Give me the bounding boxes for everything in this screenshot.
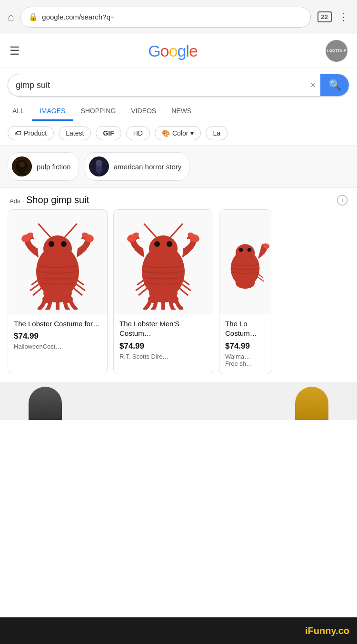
google-logo: Google	[148, 42, 198, 60]
product-image-1	[8, 210, 107, 314]
related-label-pulp-fiction: pulp fiction	[37, 163, 71, 171]
svg-line-31	[144, 224, 157, 238]
product-info-2: The Lobster Men'S Costum… $74.99 R.T. Sc…	[114, 314, 213, 367]
filter-gif[interactable]: GIF	[96, 126, 121, 140]
ads-label: Ads	[10, 197, 20, 205]
url-text: google.com/search?q=	[42, 13, 302, 21]
product-card-2[interactable]: The Lobster Men'S Costum… $74.99 R.T. Sc…	[113, 209, 213, 374]
svg-line-32	[169, 224, 182, 238]
svg-point-9	[49, 241, 54, 247]
color-palette-icon: 🎨	[162, 129, 170, 137]
svg-point-50	[248, 248, 251, 252]
tab-all[interactable]: ALL	[5, 102, 32, 121]
product-price-3: $74.99	[225, 342, 265, 351]
product-price-2: $74.99	[119, 342, 207, 351]
svg-point-30	[167, 241, 172, 247]
product-card-1[interactable]: The Lobster Costume for… $74.99 Hallowee…	[8, 209, 108, 374]
tab-shopping[interactable]: SHOPPING	[73, 102, 123, 121]
lock-icon: 🔒	[29, 12, 38, 21]
avatar[interactable]: I-GOTTA-P	[326, 40, 347, 62]
filter-color[interactable]: 🎨 Color ▾	[155, 126, 201, 140]
related-chip-american-horror-story[interactable]: american horror story	[85, 152, 190, 181]
search-bar-container: × 🔍	[0, 68, 357, 102]
search-icon: 🔍	[328, 79, 341, 91]
tab-images[interactable]: IMAGES	[32, 102, 73, 121]
menu-dots-icon[interactable]: ⋮	[338, 11, 349, 23]
filter-product-label: Product	[24, 129, 47, 137]
filter-latest[interactable]: Latest	[59, 126, 91, 140]
svg-point-46	[149, 284, 178, 302]
product-seller-3: Walma…	[225, 353, 265, 360]
ads-title: Shop gimp suit	[26, 195, 89, 205]
product-price-1: $74.99	[14, 332, 101, 341]
chevron-down-icon: ▾	[190, 129, 194, 137]
bottom-image-row	[0, 382, 357, 420]
filter-row: 🏷 Product Latest GIF HD 🎨 Color ▾ La	[0, 121, 357, 146]
product-seller-1: HalloweenCost…	[14, 343, 101, 350]
product-card-3[interactable]: The Lo Costum… $74.99 Walma… Free sh…	[219, 209, 271, 374]
product-image-2	[114, 210, 213, 314]
browser-chrome: ⌂ 🔒 google.com/search?q= 22 ⋮	[0, 0, 357, 34]
product-row: The Lobster Costume for… $74.99 Hallowee…	[0, 209, 357, 382]
filter-gif-label: GIF	[103, 129, 114, 137]
related-chip-pulp-fiction[interactable]: pulp fiction	[8, 152, 79, 181]
product-info-3: The Lo Costum… $74.99 Walma… Free sh…	[219, 314, 271, 374]
svg-point-28	[149, 235, 178, 262]
filter-product[interactable]: 🏷 Product	[8, 126, 54, 140]
product-shipping-3: Free sh…	[225, 360, 265, 367]
tab-count[interactable]: 22	[317, 11, 332, 22]
filter-latest-label: Latest	[66, 129, 84, 137]
tab-news[interactable]: NEWS	[164, 102, 199, 121]
bottom-thumbnail-right	[295, 387, 328, 420]
search-button[interactable]: 🔍	[320, 74, 349, 97]
svg-point-10	[61, 241, 67, 247]
google-header: ☰ Google I-GOTTA-P	[0, 34, 357, 68]
product-name-1: The Lobster Costume for…	[14, 319, 101, 329]
product-info-1: The Lobster Costume for… $74.99 Hallowee…	[8, 314, 107, 357]
bottom-thumbnail-left	[29, 387, 62, 420]
svg-point-54	[236, 277, 255, 289]
ads-header: Ads · Shop gimp suit i	[0, 188, 357, 209]
related-searches-row: pulp fiction american horror story	[0, 146, 357, 188]
search-bar: × 🔍	[8, 74, 349, 97]
bottom-bar: iFunny.co	[0, 617, 357, 644]
search-tabs: ALL IMAGES SHOPPING VIDEOS NEWS	[0, 102, 357, 121]
product-name-3: The Lo Costum…	[225, 319, 265, 339]
hamburger-icon[interactable]: ☰	[10, 44, 20, 58]
info-icon[interactable]: i	[337, 195, 347, 205]
svg-rect-6	[98, 169, 100, 174]
svg-point-8	[43, 235, 72, 262]
svg-point-48	[236, 244, 255, 262]
clear-button[interactable]: ×	[306, 80, 320, 90]
svg-point-29	[154, 241, 160, 247]
filter-la-label: La	[213, 129, 220, 137]
product-name-2: The Lobster Men'S Costum…	[119, 319, 207, 339]
search-input[interactable]	[8, 80, 306, 90]
filter-la[interactable]: La	[206, 126, 228, 140]
ads-dot: ·	[22, 197, 24, 205]
ads-title-group: Ads · Shop gimp suit	[10, 195, 89, 205]
svg-line-12	[64, 224, 77, 238]
product-image-3	[219, 210, 271, 314]
svg-point-2	[19, 162, 25, 167]
home-icon[interactable]: ⌂	[8, 11, 14, 23]
filter-hd[interactable]: HD	[126, 126, 150, 140]
filter-color-label: Color	[172, 129, 188, 137]
svg-point-5	[96, 160, 102, 166]
related-label-american-horror-story: american horror story	[114, 163, 182, 171]
svg-point-26	[43, 284, 72, 302]
related-avatar-ahs	[89, 156, 109, 176]
ifunny-logo: iFunny.co	[305, 625, 349, 636]
related-avatar-pulp-fiction	[12, 156, 32, 176]
svg-line-11	[39, 224, 51, 238]
url-bar[interactable]: 🔒 google.com/search?q=	[20, 7, 310, 28]
product-seller-2: R.T. Scotts Dire…	[119, 353, 207, 360]
tab-videos[interactable]: VIDEOS	[123, 102, 164, 121]
svg-point-49	[239, 248, 243, 252]
product-tag-icon: 🏷	[15, 129, 21, 137]
filter-hd-label: HD	[133, 129, 143, 137]
